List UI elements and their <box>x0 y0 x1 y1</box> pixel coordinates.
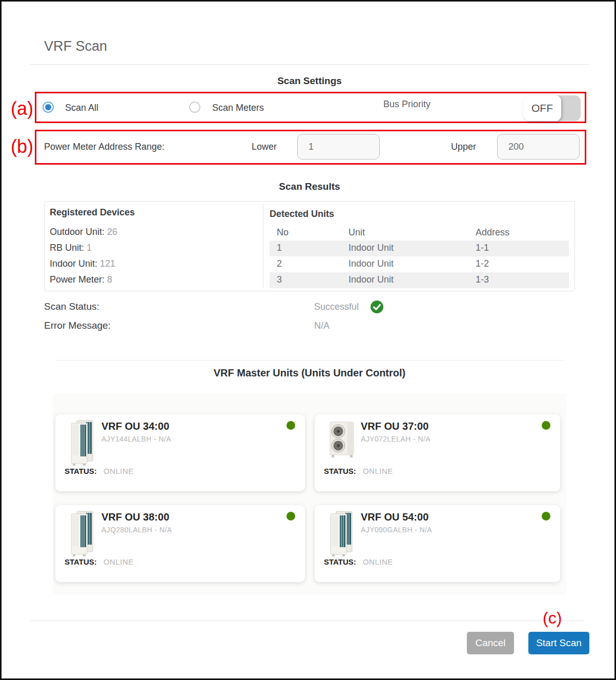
toggle-knob[interactable]: OFF <box>523 95 561 121</box>
cell-unit: Indoor Unit <box>348 274 394 285</box>
table-row: 3 Indoor Unit 1-3 <box>270 272 569 288</box>
unit-card[interactable]: VRF OU 38:00 AJQ280LALBH - N/A STATUS: O… <box>55 505 305 582</box>
status-value: ONLINE <box>363 467 393 475</box>
cell-no: 1 <box>277 243 282 253</box>
cell-unit: Indoor Unit <box>348 243 394 253</box>
unit-model: AJY144LALBH - N/A <box>101 435 171 443</box>
footer-divider <box>30 621 584 621</box>
status-label: STATUS: <box>65 557 97 566</box>
registered-item-label: Outdoor Unit: <box>50 227 105 237</box>
unit-model: AJY072LELAH - N/A <box>361 435 430 443</box>
unit-name: VRF OU 54:00 <box>361 511 428 523</box>
registered-item: Outdoor Unit: 26 <box>50 227 117 237</box>
registered-item: Power Meter: 8 <box>50 274 112 285</box>
unit-card[interactable]: VRF OU 34:00 AJY144LALBH - N/A STATUS: O… <box>55 414 305 491</box>
status-label: STATUS: <box>65 467 97 475</box>
registered-item: Indoor Unit: 121 <box>50 258 115 269</box>
upper-input[interactable] <box>497 134 580 159</box>
registered-item-value: 26 <box>107 227 117 237</box>
dual-fan-outdoor-unit-icon <box>328 419 357 459</box>
online-green-dot <box>542 512 550 521</box>
registered-devices-heading: Registered Devices <box>50 207 135 218</box>
cell-no: 2 <box>277 258 282 269</box>
online-green-dot <box>286 421 295 430</box>
column-header-unit: Unit <box>348 227 365 238</box>
table-row: 1 Indoor Unit 1-1 <box>270 241 569 256</box>
cancel-button[interactable]: Cancel <box>467 632 514 654</box>
status-value: ONLINE <box>363 557 393 566</box>
results-divider <box>55 360 564 361</box>
column-header-address: Address <box>476 227 509 238</box>
unit-card[interactable]: VRF OU 37:00 AJY072LELAH - N/A STATUS: O… <box>315 414 560 491</box>
scan-results-heading: Scan Results <box>2 181 616 192</box>
status-row: STATUS: ONLINE <box>324 557 393 566</box>
unit-name: VRF OU 38:00 <box>101 511 169 523</box>
scan-all-label[interactable]: Scan All <box>65 103 98 113</box>
registered-item-label: RB Unit: <box>50 243 84 253</box>
status-value: ONLINE <box>104 467 134 475</box>
online-green-dot <box>286 512 295 521</box>
annotation-box-a <box>35 92 586 123</box>
detected-units-heading: Detected Units <box>270 209 334 219</box>
registered-item-label: Power Meter: <box>50 274 105 285</box>
scan-all-radio[interactable] <box>43 102 54 113</box>
scan-settings-heading: Scan Settings <box>2 75 616 87</box>
tall-outdoor-unit-icon <box>69 510 96 557</box>
status-row: STATUS: ONLINE <box>324 467 393 475</box>
bus-priority-toggle[interactable]: OFF <box>523 95 581 121</box>
address-range-label: Power Meter Address Range: <box>44 142 165 152</box>
lower-label: Lower <box>252 142 277 152</box>
scan-status-label: Scan Status: <box>44 301 99 312</box>
online-green-dot <box>542 421 550 430</box>
upper-label: Upper <box>451 142 476 152</box>
cell-no: 3 <box>277 274 282 285</box>
scan-status-value: Successful <box>314 302 359 312</box>
scan-meters-label[interactable]: Scan Meters <box>212 103 264 113</box>
status-row: STATUS: ONLINE <box>65 467 134 475</box>
unit-name: VRF OU 34:00 <box>101 421 169 432</box>
status-label: STATUS: <box>324 557 356 566</box>
cell-address: 1-1 <box>476 243 489 253</box>
annotation-letter-a: (a) <box>11 98 33 119</box>
start-scan-button[interactable]: Start Scan <box>528 632 589 654</box>
cell-address: 1-3 <box>476 274 489 285</box>
annotation-letter-c: (c) <box>543 609 562 628</box>
error-message-label: Error Message: <box>44 320 111 331</box>
status-value: ONLINE <box>104 557 134 566</box>
error-message-value: N/A <box>314 321 330 331</box>
master-units-heading: VRF Master Units (Units Under Control) <box>2 367 616 379</box>
registered-item-label: Indoor Unit: <box>50 258 97 269</box>
scan-meters-radio[interactable] <box>189 102 200 113</box>
tall-outdoor-unit-icon <box>69 419 96 466</box>
title-divider <box>30 64 589 65</box>
status-label: STATUS: <box>324 467 356 475</box>
lower-input[interactable] <box>297 134 380 159</box>
registered-item-value: 1 <box>87 243 92 253</box>
registered-item-value: 121 <box>100 258 115 269</box>
unit-card[interactable]: VRF OU 54:00 AJY090GALBH - N/A STATUS: O… <box>315 505 560 582</box>
registered-item-value: 8 <box>107 274 112 285</box>
results-vertical-divider <box>263 204 263 288</box>
unit-name: VRF OU 37:00 <box>361 421 428 432</box>
page-title: VRF Scan <box>44 38 107 54</box>
cell-unit: Indoor Unit <box>348 258 394 269</box>
column-header-no: No <box>277 227 289 238</box>
annotation-letter-b: (b) <box>11 136 33 157</box>
status-row: STATUS: ONLINE <box>65 557 134 566</box>
cell-address: 1-2 <box>476 258 489 269</box>
unit-model: AJQ280LALBH - N/A <box>101 526 172 534</box>
unit-model: AJY090GALBH - N/A <box>361 526 432 534</box>
success-check-icon <box>371 301 383 313</box>
bus-priority-label: Bus Priority <box>383 99 430 110</box>
dialog-frame: VRF Scan Scan Settings (a) (b) Scan All … <box>0 0 616 680</box>
table-row: 2 Indoor Unit 1-2 <box>270 256 569 272</box>
registered-item: RB Unit: 1 <box>50 243 92 253</box>
tall-outdoor-unit-icon <box>328 510 355 557</box>
